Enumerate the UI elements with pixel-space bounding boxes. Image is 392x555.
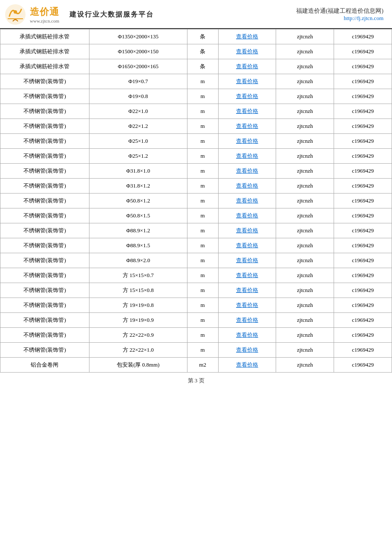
cell-product-name: 不绣钢管(装饰管) bbox=[0, 74, 89, 89]
cell-unit: m bbox=[187, 343, 218, 358]
cell-publisher: zjtcnzh bbox=[276, 59, 334, 74]
cell-price[interactable]: 查看价格 bbox=[218, 179, 276, 194]
cell-publisher: zjtcnzh bbox=[276, 29, 334, 44]
logo-area: 造价通 www.zjtcn.com 建设行业大数据服务平台 bbox=[4, 3, 154, 26]
price-link[interactable]: 查看价格 bbox=[236, 78, 258, 84]
price-link[interactable]: 查看价格 bbox=[236, 197, 258, 204]
cell-price[interactable]: 查看价格 bbox=[218, 268, 276, 283]
price-link[interactable]: 查看价格 bbox=[236, 332, 258, 338]
cell-spec: Φ1350×2000×135 bbox=[89, 29, 187, 44]
cell-price[interactable]: 查看价格 bbox=[218, 253, 276, 268]
cell-spec: 方 19×19×0.9 bbox=[89, 313, 187, 328]
price-link[interactable]: 查看价格 bbox=[236, 63, 258, 69]
price-link[interactable]: 查看价格 bbox=[236, 227, 258, 234]
cell-spec: Φ1500×2000×150 bbox=[89, 44, 187, 59]
table-row: 不绣钢管(装饰管)Φ22×1.2m查看价格zjtcnzhc1969429 bbox=[0, 119, 392, 134]
cell-price[interactable]: 查看价格 bbox=[218, 238, 276, 253]
price-link[interactable]: 查看价格 bbox=[236, 242, 258, 249]
price-link[interactable]: 查看价格 bbox=[236, 138, 258, 144]
cell-spec: 方 19×19×0.8 bbox=[89, 298, 187, 313]
cell-price[interactable]: 查看价格 bbox=[218, 164, 276, 179]
cell-price[interactable]: 查看价格 bbox=[218, 149, 276, 164]
price-link[interactable]: 查看价格 bbox=[236, 272, 258, 278]
logo-sub-text: www.zjtcn.com bbox=[30, 18, 59, 23]
price-link[interactable]: 查看价格 bbox=[236, 33, 258, 40]
cell-price[interactable]: 查看价格 bbox=[218, 208, 276, 223]
price-link[interactable]: 查看价格 bbox=[236, 347, 258, 353]
cell-price[interactable]: 查看价格 bbox=[218, 194, 276, 208]
table-row: 不绣钢管(装饰管)方 19×19×0.8m查看价格zjtcnzhc1969429 bbox=[0, 298, 392, 313]
price-link[interactable]: 查看价格 bbox=[236, 212, 258, 219]
cell-price[interactable]: 查看价格 bbox=[218, 44, 276, 59]
cell-price[interactable]: 查看价格 bbox=[218, 89, 276, 104]
cell-code: c1969429 bbox=[334, 59, 392, 74]
cell-product-name: 不绣钢管(装饰管) bbox=[0, 268, 89, 283]
cell-price[interactable]: 查看价格 bbox=[218, 343, 276, 358]
cell-code: c1969429 bbox=[334, 104, 392, 119]
cell-price[interactable]: 查看价格 bbox=[218, 59, 276, 74]
cell-price[interactable]: 查看价格 bbox=[218, 29, 276, 44]
cell-publisher: zjtcnzh bbox=[276, 119, 334, 134]
cell-publisher: zjtcnzh bbox=[276, 313, 334, 328]
table-row: 不绣钢管(装饰管)方 22×22×1.0m查看价格zjtcnzhc1969429 bbox=[0, 343, 392, 358]
table-row: 不绣钢管(装饰管)Φ19×0.7m查看价格zjtcnzhc1969429 bbox=[0, 74, 392, 89]
cell-code: c1969429 bbox=[334, 119, 392, 134]
cell-product-name: 不绣钢管(装饰管) bbox=[0, 313, 89, 328]
cell-unit: m bbox=[187, 328, 218, 343]
cell-spec: 方 15×15×0.8 bbox=[89, 283, 187, 298]
cell-unit: m bbox=[187, 223, 218, 238]
cell-price[interactable]: 查看价格 bbox=[218, 223, 276, 238]
cell-price[interactable]: 查看价格 bbox=[218, 119, 276, 134]
price-link[interactable]: 查看价格 bbox=[236, 317, 258, 323]
cell-spec: Φ88.9×1.2 bbox=[89, 223, 187, 238]
price-link[interactable]: 查看价格 bbox=[236, 153, 258, 159]
cell-unit: m bbox=[187, 268, 218, 283]
price-link[interactable]: 查看价格 bbox=[236, 287, 258, 293]
cell-price[interactable]: 查看价格 bbox=[218, 328, 276, 343]
cell-product-name: 不绣钢管(装饰管) bbox=[0, 104, 89, 119]
cell-publisher: zjtcnzh bbox=[276, 149, 334, 164]
cell-spec: Φ25×1.2 bbox=[89, 149, 187, 164]
cell-code: c1969429 bbox=[334, 194, 392, 208]
price-link[interactable]: 查看价格 bbox=[236, 361, 258, 368]
cell-unit: m bbox=[187, 238, 218, 253]
cell-code: c1969429 bbox=[334, 134, 392, 149]
cell-publisher: zjtcnzh bbox=[276, 238, 334, 253]
cell-product-name: 不绣钢管(装饰管) bbox=[0, 223, 89, 238]
cell-product-name: 不绣钢管(装饰管) bbox=[0, 179, 89, 194]
cell-price[interactable]: 查看价格 bbox=[218, 134, 276, 149]
cell-unit: m2 bbox=[187, 358, 218, 373]
cell-publisher: zjtcnzh bbox=[276, 253, 334, 268]
cell-product-name: 不绣钢管(装饰管) bbox=[0, 298, 89, 313]
table-row: 承插式钢筋砼排水管Φ1650×2000×165条查看价格zjtcnzhc1969… bbox=[0, 59, 392, 74]
header: 造价通 www.zjtcn.com 建设行业大数据服务平台 福建造价通(福建工程… bbox=[0, 0, 392, 29]
cell-code: c1969429 bbox=[334, 223, 392, 238]
cell-price[interactable]: 查看价格 bbox=[218, 74, 276, 89]
price-link[interactable]: 查看价格 bbox=[236, 48, 258, 55]
site-url-link[interactable]: http://fj.zjtcn.com bbox=[344, 15, 383, 21]
price-link[interactable]: 查看价格 bbox=[236, 182, 258, 189]
cell-price[interactable]: 查看价格 bbox=[218, 313, 276, 328]
cell-spec: Φ19×0.8 bbox=[89, 89, 187, 104]
cell-spec: Φ88.9×2.0 bbox=[89, 253, 187, 268]
price-link[interactable]: 查看价格 bbox=[236, 123, 258, 129]
price-table: 承插式钢筋砼排水管Φ1350×2000×135条查看价格zjtcnzhc1969… bbox=[0, 29, 392, 373]
cell-price[interactable]: 查看价格 bbox=[218, 298, 276, 313]
price-link[interactable]: 查看价格 bbox=[236, 257, 258, 263]
cell-code: c1969429 bbox=[334, 44, 392, 59]
cell-publisher: zjtcnzh bbox=[276, 328, 334, 343]
svg-point-0 bbox=[5, 4, 26, 25]
price-link[interactable]: 查看价格 bbox=[236, 108, 258, 114]
cell-unit: m bbox=[187, 149, 218, 164]
price-link[interactable]: 查看价格 bbox=[236, 302, 258, 308]
table-row: 不绣钢管(装饰管)Φ88.9×2.0m查看价格zjtcnzhc1969429 bbox=[0, 253, 392, 268]
price-link[interactable]: 查看价格 bbox=[236, 93, 258, 99]
cell-price[interactable]: 查看价格 bbox=[218, 104, 276, 119]
cell-product-name: 不绣钢管(装饰管) bbox=[0, 149, 89, 164]
cell-unit: 条 bbox=[187, 59, 218, 74]
cell-publisher: zjtcnzh bbox=[276, 179, 334, 194]
price-link[interactable]: 查看价格 bbox=[236, 168, 258, 174]
cell-price[interactable]: 查看价格 bbox=[218, 283, 276, 298]
cell-code: c1969429 bbox=[334, 253, 392, 268]
cell-price[interactable]: 查看价格 bbox=[218, 358, 276, 373]
